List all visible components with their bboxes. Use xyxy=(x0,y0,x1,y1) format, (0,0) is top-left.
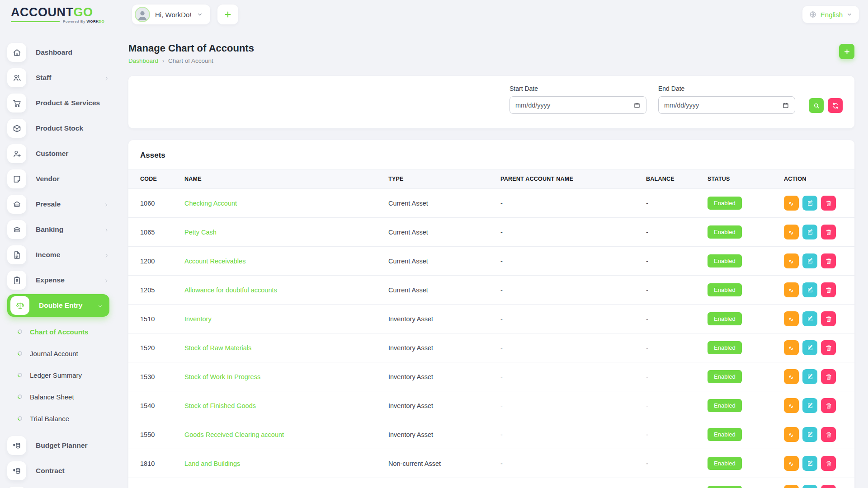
edit-button[interactable] xyxy=(802,196,817,211)
delete-button[interactable] xyxy=(821,485,836,488)
transactions-button[interactable] xyxy=(784,456,799,471)
transactions-button[interactable] xyxy=(784,369,799,384)
delete-button[interactable] xyxy=(821,456,836,471)
edit-button[interactable] xyxy=(802,253,817,268)
main-content: Manage Chart of Accounts Dashboard › Cha… xyxy=(118,26,868,488)
delete-button[interactable] xyxy=(821,311,836,326)
edit-button[interactable] xyxy=(802,311,817,326)
start-date-input[interactable] xyxy=(515,102,633,109)
edit-button[interactable] xyxy=(802,485,817,488)
edit-button[interactable] xyxy=(802,456,817,471)
transactions-button[interactable] xyxy=(784,196,799,211)
account-name-link[interactable]: Stock of Work In Progress xyxy=(184,373,260,380)
edit-button[interactable] xyxy=(802,369,817,384)
edit-button[interactable] xyxy=(802,427,817,442)
transactions-button[interactable] xyxy=(784,485,799,488)
language-selector[interactable]: English xyxy=(802,6,859,23)
sidebar-item-dashboard[interactable]: Dashboard xyxy=(7,40,109,65)
sidebar-item-staff[interactable]: Staff xyxy=(7,65,109,90)
cart-icon xyxy=(7,94,26,113)
delete-button[interactable] xyxy=(821,196,836,211)
status-badge: Enabled xyxy=(708,254,742,267)
delete-button[interactable] xyxy=(821,369,836,384)
apply-filter-button[interactable] xyxy=(809,98,824,113)
account-name-link[interactable]: Stock of Raw Materials xyxy=(184,344,251,352)
cell-code: 1540 xyxy=(128,391,177,420)
transactions-button[interactable] xyxy=(784,340,799,355)
cell-balance: - xyxy=(639,276,700,305)
delete-button[interactable] xyxy=(821,427,836,442)
account-name-link[interactable]: Goods Received Clearing account xyxy=(184,431,284,438)
account-name-link[interactable]: Stock of Finished Goods xyxy=(184,402,256,409)
transactions-button[interactable] xyxy=(784,427,799,442)
transactions-button[interactable] xyxy=(784,253,799,268)
account-name-link[interactable]: Inventory xyxy=(184,315,212,323)
brand-logo[interactable]: ACCOUNTGO Powered By WORKDO xyxy=(11,6,119,23)
sidebar-subitem-chart-of-accounts[interactable]: Chart of Accounts xyxy=(7,321,118,343)
cell-balance: - xyxy=(639,218,700,247)
cell-parent: - xyxy=(493,189,639,218)
delete-button[interactable] xyxy=(821,253,836,268)
delete-button[interactable] xyxy=(821,282,836,297)
sidebar-item-double-entry[interactable]: Double Entry xyxy=(7,294,109,317)
delete-button[interactable] xyxy=(821,398,836,413)
edit-button[interactable] xyxy=(802,225,817,239)
quick-add-button[interactable] xyxy=(217,5,238,24)
cell-type: Current Asset xyxy=(381,218,493,247)
sidebar-subitem-trial-balance[interactable]: Trial Balance xyxy=(7,408,118,429)
sidebar-item-banking[interactable]: Banking xyxy=(7,217,109,242)
delete-button[interactable] xyxy=(821,225,836,239)
status-badge: Enabled xyxy=(708,486,742,488)
note-icon xyxy=(7,169,26,188)
calendar-icon[interactable] xyxy=(633,102,641,109)
account-name-link[interactable]: Account Receivables xyxy=(184,258,245,265)
sidebar-subitem-balance-sheet[interactable]: Balance Sheet xyxy=(7,386,118,408)
account-name-link[interactable]: Petty Cash xyxy=(184,229,217,236)
cell-parent: - xyxy=(493,478,639,488)
end-date-field[interactable] xyxy=(658,96,795,114)
user-menu[interactable]: Hi, WorkDo! xyxy=(132,5,210,24)
account-name-link[interactable]: Checking Account xyxy=(184,200,237,207)
edit-button[interactable] xyxy=(802,282,817,297)
sidebar-item-budget-planner[interactable]: Budget Planner xyxy=(7,433,109,458)
cell-code: 1530 xyxy=(128,362,177,391)
reset-filter-button[interactable] xyxy=(828,98,843,113)
chevron-down-icon xyxy=(846,11,853,18)
delete-button[interactable] xyxy=(821,340,836,355)
clipboard-dollar-icon xyxy=(7,271,26,290)
sidebar-item-contract[interactable]: Contract xyxy=(7,458,109,483)
edit-button[interactable] xyxy=(802,398,817,413)
sidebar-subitem-ledger-summary[interactable]: Ledger Summary xyxy=(7,364,118,386)
start-date-field[interactable] xyxy=(509,96,646,114)
sidebar-item-product-stock[interactable]: Product Stock xyxy=(7,116,109,141)
bullet-icon xyxy=(17,415,23,422)
transactions-button[interactable] xyxy=(784,282,799,297)
cell-balance: - xyxy=(639,189,700,218)
sidebar-item-vendor[interactable]: Vendor xyxy=(7,166,109,192)
transactions-button[interactable] xyxy=(784,311,799,326)
users-icon xyxy=(7,68,26,87)
chevron-down-icon xyxy=(197,11,203,18)
transactions-button[interactable] xyxy=(784,225,799,239)
sidebar-subitem-journal-account[interactable]: Journal Account xyxy=(7,343,118,364)
end-date-input[interactable] xyxy=(664,102,782,109)
calendar-icon[interactable] xyxy=(782,102,789,109)
breadcrumb-dashboard-link[interactable]: Dashboard xyxy=(128,57,158,64)
cell-balance: - xyxy=(639,305,700,333)
sidebar-item-item[interactable] xyxy=(7,483,109,488)
edit-button[interactable] xyxy=(802,340,817,355)
account-name-link[interactable]: Allowance for doubtful accounts xyxy=(184,286,277,294)
sidebar-item-expense[interactable]: Expense xyxy=(7,267,109,293)
transactions-button[interactable] xyxy=(784,398,799,413)
account-name-link[interactable]: Land and Buildings xyxy=(184,460,240,467)
sidebar-item-presale[interactable]: Presale xyxy=(7,192,109,217)
create-account-button[interactable] xyxy=(839,44,854,59)
cell-type: Inventory Asset xyxy=(381,362,493,391)
coins-icon xyxy=(7,461,26,480)
sidebar-item-customer[interactable]: Customer xyxy=(7,141,109,166)
bank-icon xyxy=(7,220,26,239)
bank-icon xyxy=(7,195,26,214)
sidebar-item-income[interactable]: Income xyxy=(7,242,109,267)
sidebar-item-product-services[interactable]: Product & Services xyxy=(7,90,109,116)
chevron-right-icon xyxy=(104,202,109,207)
